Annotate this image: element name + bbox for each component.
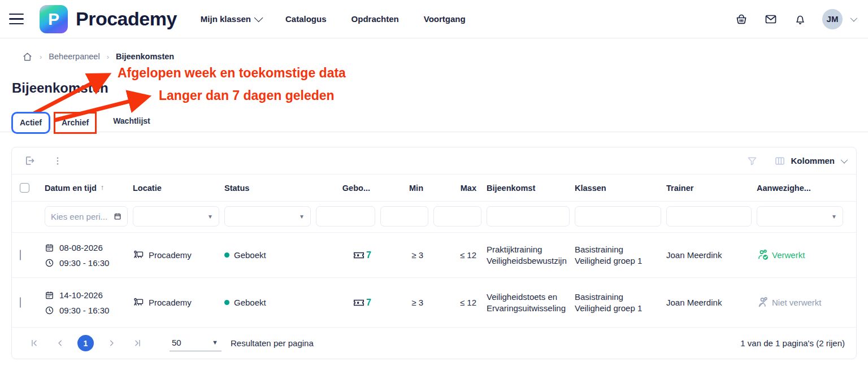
filter-icon[interactable] bbox=[745, 154, 760, 168]
tab-bar: Actief Archief Wachtlijst bbox=[0, 111, 868, 132]
table-row[interactable]: 14-10-2026 09:30 - 16:30 Procademy Geboe… bbox=[12, 277, 856, 327]
col-header-date[interactable]: Datum en tijd↑ bbox=[45, 184, 133, 193]
cell-location: Procademy bbox=[133, 250, 224, 261]
location-filter-select[interactable]: ▼ bbox=[133, 206, 219, 226]
dropdown-arrow-icon: ▼ bbox=[299, 213, 305, 220]
last-page-button[interactable] bbox=[129, 335, 146, 352]
nav-my-classes[interactable]: Mijn klassen bbox=[201, 14, 261, 24]
home-icon[interactable] bbox=[21, 51, 33, 62]
pagination-bar: 1 50 ▼ Resultaten per pagina 1 van de 1 … bbox=[12, 327, 856, 359]
row-checkbox[interactable] bbox=[20, 250, 21, 260]
cell-max: ≤ 12 bbox=[433, 298, 487, 307]
breadcrumb-admin-panel[interactable]: Beheerpaneel bbox=[49, 52, 99, 61]
cell-booked: 7 bbox=[316, 297, 380, 309]
clock-icon bbox=[45, 306, 54, 315]
col-header-classes[interactable]: Klassen bbox=[575, 184, 666, 193]
table-toolbar: Kolommen bbox=[12, 147, 856, 175]
status-filter-select[interactable]: ▼ bbox=[224, 206, 311, 226]
cell-status: Geboekt bbox=[224, 298, 316, 307]
columns-icon bbox=[774, 155, 785, 167]
mail-icon[interactable] bbox=[763, 12, 778, 27]
status-dot-icon bbox=[224, 300, 229, 305]
classroom-icon bbox=[133, 250, 144, 261]
breadcrumb: › Beheerpaneel › Bijeenkomsten bbox=[0, 38, 868, 62]
date-filter[interactable] bbox=[45, 206, 128, 226]
cell-status: Geboekt bbox=[224, 250, 316, 260]
tab-archief[interactable]: Archief bbox=[55, 114, 95, 132]
attendance-filter-select[interactable]: ▼ bbox=[757, 206, 843, 226]
calendar-icon bbox=[45, 243, 54, 252]
cell-min: ≥ 3 bbox=[380, 250, 433, 260]
nav-progress[interactable]: Voortgang bbox=[424, 14, 466, 24]
meetings-table-card: Kolommen Datum en tijd↑ Locatie Status G… bbox=[11, 147, 857, 359]
export-icon[interactable] bbox=[22, 154, 37, 168]
hamburger-menu-icon[interactable] bbox=[9, 14, 24, 25]
annotation-box-archive-tab: Archief bbox=[54, 112, 97, 134]
page-size-select[interactable]: 50 ▼ bbox=[170, 336, 222, 351]
breadcrumb-meetings[interactable]: Bijeenkomsten bbox=[116, 52, 174, 61]
cell-date-time: 14-10-2026 09:30 - 16:30 bbox=[45, 290, 133, 315]
col-header-booked[interactable]: Gebo... bbox=[316, 184, 380, 193]
breadcrumb-separator: › bbox=[107, 53, 109, 61]
nav-assignments[interactable]: Opdrachten bbox=[351, 14, 399, 24]
classes-filter-input[interactable] bbox=[575, 206, 661, 226]
table-row[interactable]: 08-08-2026 09:30 - 16:30 Procademy Geboe… bbox=[12, 232, 856, 277]
first-page-button[interactable] bbox=[25, 335, 42, 352]
max-filter-input[interactable] bbox=[433, 206, 481, 226]
col-header-status[interactable]: Status bbox=[224, 184, 316, 193]
date-filter-input[interactable] bbox=[51, 212, 114, 221]
row-checkbox[interactable] bbox=[20, 297, 21, 308]
ticket-icon bbox=[353, 249, 365, 262]
cell-attendance: Niet verwerkt bbox=[757, 296, 848, 310]
bell-icon[interactable] bbox=[793, 12, 808, 27]
cell-min: ≥ 3 bbox=[380, 298, 433, 307]
col-header-trainer[interactable]: Trainer bbox=[666, 184, 757, 193]
chevron-down-icon bbox=[254, 14, 263, 23]
cell-max: ≤ 12 bbox=[433, 250, 487, 260]
col-header-min[interactable]: Min bbox=[380, 184, 433, 193]
previous-page-button[interactable] bbox=[51, 335, 68, 352]
col-header-attendance[interactable]: Aanwezighe... bbox=[757, 184, 848, 193]
per-page-label: Resultaten per pagina bbox=[231, 338, 314, 348]
booked-filter-input[interactable] bbox=[316, 206, 375, 226]
cell-attendance: Verwerkt bbox=[757, 249, 848, 262]
col-header-max[interactable]: Max bbox=[433, 184, 487, 193]
classroom-icon bbox=[133, 297, 144, 308]
meeting-filter-input[interactable] bbox=[487, 206, 570, 226]
brand-name: Procademy bbox=[76, 8, 177, 30]
tab-actief[interactable]: Actief bbox=[13, 114, 49, 132]
brand-logo[interactable]: P Procademy bbox=[40, 5, 177, 33]
cell-location: Procademy bbox=[133, 297, 224, 308]
dropdown-arrow-icon: ▼ bbox=[207, 213, 213, 220]
nav-catalog[interactable]: Catalogus bbox=[285, 14, 327, 24]
more-options-icon[interactable] bbox=[50, 154, 65, 168]
trainer-filter-input[interactable] bbox=[666, 206, 752, 226]
min-filter-input[interactable] bbox=[380, 206, 428, 226]
ticket-icon bbox=[353, 297, 365, 309]
dropdown-arrow-icon: ▼ bbox=[212, 339, 218, 346]
select-all-checkbox[interactable] bbox=[20, 183, 29, 193]
cell-trainer: Joan Meerdink bbox=[666, 250, 757, 261]
page-hero: Bijeenkomsten Afgelopen week en toekomst… bbox=[0, 62, 868, 132]
chevron-down-icon bbox=[841, 156, 848, 164]
columns-button[interactable]: Kolommen bbox=[774, 155, 846, 167]
cell-meeting: Veiligheidstoets en Ervaringsuitwisselin… bbox=[487, 291, 575, 314]
table-filter-row: ▼ ▼ ▼ bbox=[12, 202, 856, 232]
col-header-meeting[interactable]: Bijeenkomst bbox=[487, 184, 575, 193]
current-page-button[interactable]: 1 bbox=[77, 335, 94, 351]
main-nav: Mijn klassen Catalogus Opdrachten Voortg… bbox=[201, 14, 466, 24]
cell-booked: 7 bbox=[316, 249, 380, 262]
page-title: Bijeenkomsten bbox=[12, 80, 108, 96]
avatar[interactable]: JM bbox=[822, 9, 843, 29]
col-header-location[interactable]: Locatie bbox=[133, 184, 224, 193]
profile-chevron-icon[interactable] bbox=[850, 15, 858, 22]
basket-icon[interactable] bbox=[734, 12, 749, 27]
tab-wachtlijst[interactable]: Wachtlijst bbox=[105, 111, 159, 132]
attendance-processed-icon bbox=[757, 249, 770, 262]
next-page-button[interactable] bbox=[103, 335, 120, 352]
cell-trainer: Joan Meerdink bbox=[666, 297, 757, 308]
attendance-not-processed-icon bbox=[757, 296, 770, 310]
annotation-box-active-tab: Actief bbox=[11, 112, 50, 134]
top-bar: P Procademy Mijn klassen Catalogus Opdra… bbox=[0, 0, 868, 38]
cell-date-time: 08-08-2026 09:30 - 16:30 bbox=[45, 243, 133, 268]
